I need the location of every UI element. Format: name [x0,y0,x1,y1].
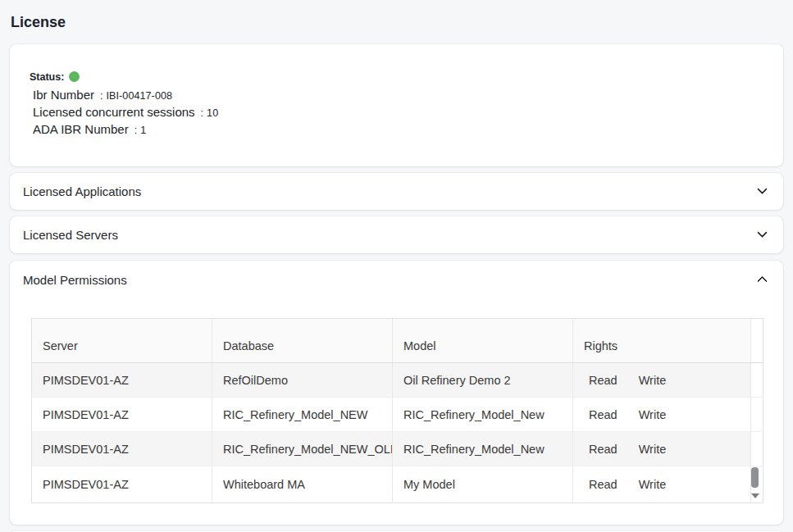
table-row[interactable]: PIMSDEV01-AZ Whiteboard MA My Model Read… [32,466,763,503]
field-label: Ibr Number [33,88,94,102]
write-permission-label[interactable]: Write [639,408,667,421]
rights-cell: Read Write [573,466,751,503]
licensed-servers-toggle[interactable]: Licensed Servers [10,216,783,253]
scrollbar-track-cell [751,432,763,466]
license-page: License Status: Ibr Number : IBI-00417-0… [0,0,793,532]
status-ok-dot [69,71,80,82]
table-row[interactable]: PIMSDEV01-AZ RIC_Refinery_Model_NEW RIC_… [32,398,763,432]
section-label: Licensed Applications [23,184,141,198]
concurrent-sessions-field: Licensed concurrent sessions : 10 [33,105,763,122]
field-separator: : [100,90,103,102]
section-label: Licensed Servers [23,228,118,242]
licensed-applications-toggle[interactable]: Licensed Applications [10,173,783,210]
ibr-number-value: IBI-00417-008 [107,90,173,102]
ada-ibr-number-field: ADA IBR Number : 1 [33,122,763,139]
field-label: ADA IBR Number [33,122,129,136]
page-title: License [10,0,783,30]
server-cell: PIMSDEV01-AZ [32,363,212,398]
rights-cell: Read Write [573,363,751,398]
server-cell: PIMSDEV01-AZ [32,466,212,503]
read-permission-label[interactable]: Read [589,374,618,387]
server-cell: PIMSDEV01-AZ [32,432,212,466]
section-licensed-servers: Licensed Servers [10,216,783,253]
status-label: Status: [30,71,64,83]
field-separator: : [134,125,137,136]
model-permissions-table: Server Database Model Rights PIMSDEV01-A… [31,318,763,503]
concurrent-sessions-value: 10 [207,107,218,119]
scrollbar-header-spacer [751,319,763,363]
scrollbar-track-cell [751,398,763,432]
chevron-down-icon [757,227,768,238]
table-row[interactable]: PIMSDEV01-AZ RIC_Refinery_Model_NEW_OLD … [32,432,763,466]
database-cell: Whiteboard MA [212,466,393,503]
read-permission-label[interactable]: Read [589,478,618,491]
write-permission-label[interactable]: Write [639,443,667,456]
database-cell: RIC_Refinery_Model_NEW_OLD [212,432,393,466]
model-permissions-table-container: Server Database Model Rights PIMSDEV01-A… [31,318,761,503]
rights-cell: Read Write [573,432,751,466]
table-header-row: Server Database Model Rights [32,319,763,363]
license-status-card: Status: Ibr Number : IBI-00417-008 Licen… [10,44,783,166]
model-cell: Oil Refinery Demo 2 [393,363,573,398]
database-cell: RIC_Refinery_Model_NEW [212,398,393,432]
chevron-up-icon [757,275,768,286]
rights-cell: Read Write [573,398,751,432]
table-scrollbar-thumb[interactable] [751,467,759,488]
section-model-permissions: Model Permissions Server Database Model … [10,261,783,525]
read-permission-label[interactable]: Read [589,408,618,421]
status-row: Status: [30,70,763,83]
column-header-model: Model [393,319,573,363]
section-licensed-applications: Licensed Applications [10,173,783,210]
ibr-number-field: Ibr Number : IBI-00417-008 [33,88,763,105]
model-cell: RIC_Refinery_Model_New [393,432,573,466]
table-row[interactable]: PIMSDEV01-AZ RefOilDemo Oil Refinery Dem… [32,363,763,398]
read-permission-label[interactable]: Read [589,443,618,456]
write-permission-label[interactable]: Write [639,478,667,491]
chevron-down-icon [757,184,768,194]
scrollbar-track-cell [751,363,763,398]
server-cell: PIMSDEV01-AZ [32,398,212,432]
field-label: Licensed concurrent sessions [33,105,195,119]
model-cell: My Model [393,466,573,503]
scroll-down-arrow-icon[interactable] [751,493,759,498]
ada-ibr-number-value: 1 [140,125,146,136]
section-label: Model Permissions [23,273,127,287]
write-permission-label[interactable]: Write [639,374,667,387]
model-permissions-toggle[interactable]: Model Permissions [10,261,783,298]
field-separator: : [201,107,203,119]
database-cell: RefOilDemo [212,363,393,398]
column-header-rights: Rights [573,319,751,363]
column-header-database: Database [212,319,393,363]
column-header-server: Server [32,319,212,363]
model-cell: RIC_Refinery_Model_New [393,398,573,432]
